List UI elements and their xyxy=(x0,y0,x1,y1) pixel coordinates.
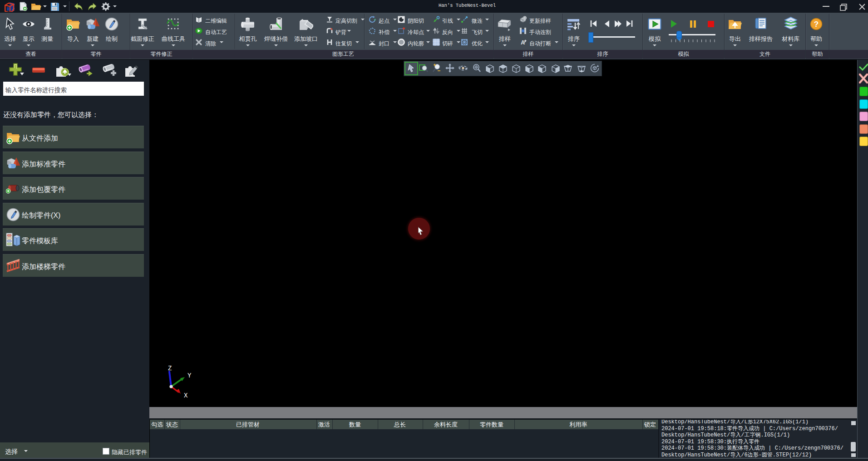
svg-text:?: ? xyxy=(814,20,819,29)
svg-text:X: X xyxy=(184,392,188,399)
svg-text:Z: Z xyxy=(168,365,172,372)
svg-text:Y: Y xyxy=(187,372,192,379)
